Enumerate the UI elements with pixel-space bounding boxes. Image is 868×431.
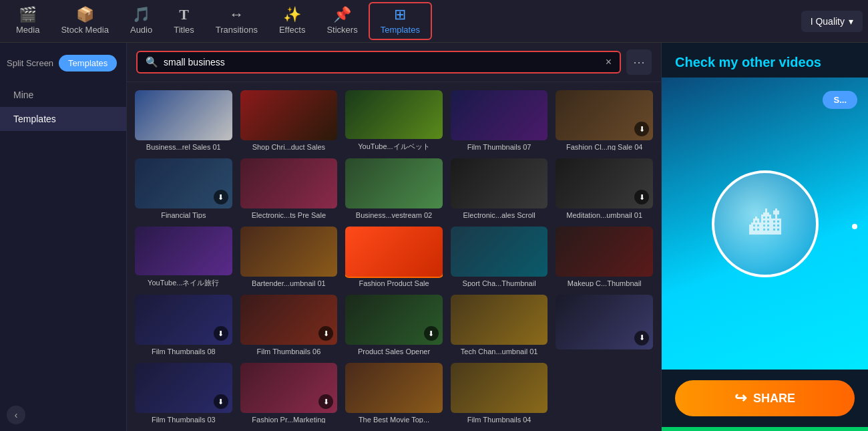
download-badge-5: ⬇	[634, 122, 649, 136]
templates-icon: ⊞	[394, 7, 406, 22]
template-card-11[interactable]: YouTube...ネイル旅行	[135, 227, 232, 287]
template-thumb-15	[556, 227, 653, 277]
template-label-8: Business...vestream 02	[345, 208, 443, 219]
sidebar-bottom: ‹	[0, 399, 126, 431]
template-card-5[interactable]: ⬇Fashion Cl...ng Sale 04	[556, 90, 653, 150]
template-thumb-23	[345, 363, 443, 413]
sidebar-split-screen-label: Split Screen	[7, 58, 53, 68]
template-thumb-24	[451, 363, 548, 413]
template-card-12[interactable]: Bartender...umbnail 01	[240, 227, 338, 287]
content-area: 🔍 × ⋯ Business...rel Sales 01Shop Chri..…	[127, 43, 661, 431]
sidebar-tabs: Split Screen Templates	[0, 43, 126, 76]
download-badge-16: ⬇	[214, 326, 228, 341]
template-card-10[interactable]: ⬇Meditation...umbnail 01	[556, 158, 653, 219]
template-card-7[interactable]: Electronic...ts Pre Sale	[240, 158, 338, 219]
template-thumb-22: ⬇	[240, 363, 338, 413]
share-label: SHARE	[753, 392, 795, 406]
template-label-4: Film Thumbnails 07	[451, 140, 548, 150]
template-label-13: Fashion Product Sale	[345, 277, 443, 287]
quality-button[interactable]: I Quality ▾	[801, 11, 863, 32]
template-card-19[interactable]: Tech Chan...umbnail 01	[451, 295, 548, 355]
toolbar-items: 🎬Media📦Stock Media🎵AudioTTitles↔Transiti…	[5, 2, 432, 40]
share-button[interactable]: ↪ SHARE	[675, 380, 855, 416]
template-label-2: Shop Chri...duct Sales	[240, 140, 338, 150]
sidebar-nav-item-mine[interactable]: Mine	[0, 83, 126, 107]
template-card-17[interactable]: ⬇Film Thumbnails 06	[240, 295, 338, 355]
template-card-24[interactable]: Film Thumbnails 04	[451, 363, 548, 423]
search-input-wrap: 🔍 ×	[136, 51, 621, 74]
preview-dot-4	[852, 256, 857, 261]
template-label-6: Financial Tips	[135, 208, 232, 219]
preview-city-icon: 🏙	[749, 205, 781, 242]
template-card-21[interactable]: ⬇Film Thumbnails 03	[135, 363, 232, 423]
template-card-16[interactable]: ⬇Film Thumbnails 08	[135, 295, 232, 355]
toolbar-item-stickers[interactable]: 📌Stickers	[316, 3, 368, 39]
template-card-23[interactable]: The Best Movie Top...	[345, 363, 443, 423]
template-thumb-1	[135, 90, 232, 140]
preview-dot-2	[852, 235, 857, 240]
template-thumb-21: ⬇	[135, 363, 232, 413]
template-label-17: Film Thumbnails 06	[240, 345, 338, 355]
main-layout: Split Screen Templates MineTemplates ‹ 🔍…	[0, 43, 868, 431]
template-thumb-20: ⬇	[556, 295, 653, 349]
search-more-button[interactable]: ⋯	[626, 49, 652, 75]
sidebar-collapse-button[interactable]: ‹	[7, 406, 25, 424]
template-card-1[interactable]: Business...rel Sales 01	[135, 90, 232, 150]
stock-label: Stock Media	[61, 25, 109, 35]
transitions-icon: ↔	[229, 7, 244, 22]
toolbar-item-audio[interactable]: 🎵Audio	[120, 3, 163, 39]
search-input[interactable]	[164, 57, 600, 67]
sidebar-nav: MineTemplates	[0, 76, 126, 138]
template-card-6[interactable]: ⬇Financial Tips	[135, 158, 232, 219]
titles-label: Titles	[174, 25, 194, 35]
search-clear-button[interactable]: ×	[606, 57, 612, 67]
toolbar-item-effects[interactable]: ✨Effects	[268, 3, 316, 39]
template-thumb-17: ⬇	[240, 295, 338, 345]
template-card-9[interactable]: Electronic...ales Scroll	[451, 158, 548, 219]
toolbar-item-titles[interactable]: TTitles	[163, 3, 205, 39]
template-label-3: YouTube...イルベット	[345, 139, 443, 150]
share-btn-row: ↪ SHARE	[662, 370, 868, 427]
template-thumb-14	[451, 227, 548, 277]
template-card-8[interactable]: Business...vestream 02	[345, 158, 443, 219]
template-thumb-18: ⬇	[345, 295, 443, 345]
template-thumb-9	[451, 158, 548, 208]
template-card-3[interactable]: YouTube...イルベット	[345, 90, 443, 150]
toolbar-item-media[interactable]: 🎬Media	[5, 3, 50, 39]
sidebar-templates-tab[interactable]: Templates	[59, 55, 117, 71]
bottom-bar	[662, 427, 868, 431]
template-card-4[interactable]: Film Thumbnails 07	[451, 90, 548, 150]
templates-label: Templates	[381, 25, 420, 35]
sidebar-nav-item-templates[interactable]: Templates	[0, 107, 126, 131]
template-label-18: Product Sales Opener	[345, 345, 443, 355]
template-thumb-4	[451, 90, 548, 140]
preview-dots	[852, 224, 857, 261]
template-card-18[interactable]: ⬇Product Sales Opener	[345, 295, 443, 355]
template-label-15: Makeup C...Thumbnail	[556, 277, 653, 287]
template-card-14[interactable]: Sport Cha...Thumbnail	[451, 227, 548, 287]
template-card-15[interactable]: Makeup C...Thumbnail	[556, 227, 653, 287]
template-thumb-6: ⬇	[135, 158, 232, 208]
template-card-13[interactable]: Fashion Product Sale	[345, 227, 443, 287]
effects-icon: ✨	[283, 7, 301, 22]
subscribe-button[interactable]: S...	[823, 91, 857, 109]
stickers-label: Stickers	[327, 25, 357, 35]
toolbar-item-transitions[interactable]: ↔Transitions	[205, 3, 268, 39]
download-badge-21: ⬇	[214, 394, 228, 409]
template-thumb-19	[451, 295, 548, 345]
template-thumb-5: ⬇	[556, 90, 653, 140]
toolbar-item-stock[interactable]: 📦Stock Media	[50, 3, 120, 39]
template-label-7: Electronic...ts Pre Sale	[240, 208, 338, 219]
template-card-22[interactable]: ⬇Fashion Pr...Marketing	[240, 363, 338, 423]
right-panel-header: Check my other videos	[662, 43, 868, 78]
quality-label: I Quality	[811, 16, 845, 27]
toolbar-item-templates[interactable]: ⊞Templates	[369, 2, 432, 40]
template-card-2[interactable]: Shop Chri...duct Sales	[240, 90, 338, 150]
preview-dot-3	[852, 245, 857, 251]
template-thumb-2	[240, 90, 338, 140]
media-label: Media	[16, 25, 39, 35]
template-card-20[interactable]: ⬇	[556, 295, 653, 355]
template-thumb-13	[345, 227, 443, 277]
audio-label: Audio	[130, 25, 152, 35]
template-thumb-10: ⬇	[556, 158, 653, 208]
